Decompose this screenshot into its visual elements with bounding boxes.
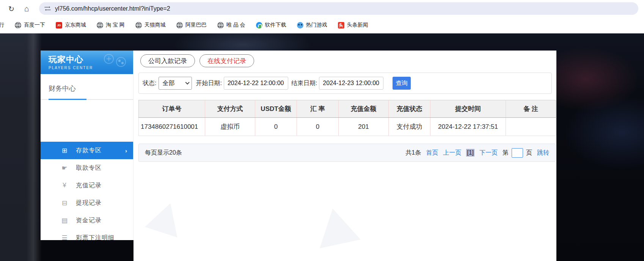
status-label: 状态: (143, 79, 156, 87)
table-row: 1734860271610001 虚拟币 0 0 201 支付成功 2024-1… (139, 118, 556, 136)
tab-company-deposit-records[interactable]: 公司入款记录 (140, 54, 195, 67)
reload-icon[interactable]: ↻ (6, 3, 17, 14)
status-select[interactable]: 全部 (159, 77, 192, 90)
bookmark-item[interactable]: 阿里巴巴 (174, 21, 209, 30)
cell-order-number: 1734860271610001 (139, 118, 205, 136)
jump-link[interactable]: 跳转 (537, 149, 549, 157)
browser-toolbar: ↻ ⌂ yl756.com/hhcp/usercenter.html?iniTy… (0, 0, 644, 17)
bookmark-item[interactable]: 软件下载 (254, 21, 289, 30)
bookmarks-bar: 行 百度一下 JD 京东商城 淘 宝 网 天猫商城 阿里巴巴 唯 品 会 软件下… (0, 17, 644, 33)
bookmark-item[interactable]: 百度一下 (13, 21, 47, 30)
start-date-label: 开始日期: (196, 79, 221, 87)
decor-triangle (312, 204, 360, 248)
globe-icon (97, 22, 103, 28)
list-document-icon: ☰ (60, 234, 69, 240)
chevron-down-icon (185, 80, 190, 84)
toutiao-icon: 头 (338, 22, 344, 28)
wallet-icon: ▤ (60, 217, 69, 225)
end-date-input[interactable]: 2024-12-23 12:00:00 (319, 77, 383, 90)
sidebar-item-withdraw-zone[interactable]: ☛ 取款专区 (41, 159, 134, 177)
player-center-sidebar: 玩家中心 PLAYERS CENTER 财务中心 ⊞ 存款专区 › ☛ 取款专区… (41, 51, 134, 240)
address-bar[interactable]: yl756.com/hhcp/usercenter.html?iniType=2 (39, 2, 638, 15)
gamepad-icon (100, 53, 129, 72)
record-tabs: 公司入款记录 在线支付记录 (140, 54, 254, 67)
section-divider (41, 99, 133, 100)
jump-label-pre: 第 (503, 149, 509, 157)
banknotes-icon: ⊟ (60, 199, 69, 207)
hand-money-icon: ☛ (60, 164, 69, 172)
main-content: 公司入款记录 在线支付记录 状态: 全部 开始日期: 2024-12-22 12… (134, 51, 556, 261)
col-usdt-amount: USDT金额 (255, 100, 297, 118)
software-download-icon (256, 22, 262, 28)
col-recharge-status: 充值状态 (389, 100, 430, 118)
globe-icon (135, 22, 142, 28)
prev-page-link[interactable]: 上一页 (443, 149, 461, 157)
money-bag-icon: ¥ (60, 182, 69, 189)
status-select-value: 全部 (162, 79, 174, 87)
table-header-row: 订单号 支付方式 USDT金额 汇 率 充值金额 充值状态 提交时间 备 注 (139, 100, 556, 118)
cell-exchange-rate: 0 (297, 118, 339, 136)
col-exchange-rate: 汇 率 (297, 100, 339, 118)
sidebar-header: 玩家中心 PLAYERS CENTER (41, 51, 133, 74)
first-page-link[interactable]: 首页 (426, 149, 438, 157)
col-payment-method: 支付方式 (205, 100, 255, 118)
sidebar-item-recharge-records[interactable]: ¥ 充值记录 (41, 177, 134, 194)
filter-bar: 状态: 全部 开始日期: 2024-12-22 12:00:00 结束日期: 2… (138, 73, 552, 94)
globe-icon (217, 22, 224, 28)
sidebar-item-funds-records[interactable]: ▤ 资金记录 (41, 212, 134, 229)
page-jump-input[interactable] (512, 148, 523, 158)
chevron-right-icon: › (125, 147, 127, 154)
col-submit-time: 提交时间 (430, 100, 506, 118)
bookmark-item[interactable]: 天猫商城 (133, 21, 168, 30)
deposit-card-icon: ⊞ (60, 147, 69, 155)
finance-center-heading: 财务中心 (41, 74, 133, 93)
payment-records-table: 订单号 支付方式 USDT金额 汇 率 充值金额 充值状态 提交时间 备 注 1… (138, 100, 556, 136)
globe-icon (15, 22, 21, 28)
next-page-link[interactable]: 下一页 (479, 149, 498, 157)
cell-submit-time: 2024-12-22 17:37:51 (430, 118, 506, 136)
per-page-text: 每页显示20条 (145, 149, 182, 157)
col-order-number: 订单号 (139, 100, 205, 118)
bookmark-item[interactable]: 行 (0, 21, 6, 30)
bookmark-item[interactable]: 唯 品 会 (215, 21, 248, 30)
bookmark-item[interactable]: JD 京东商城 (53, 21, 88, 30)
end-date-label: 结束日期: (291, 79, 317, 87)
bookmark-item[interactable]: 热门游戏 (295, 21, 330, 30)
globe-icon (176, 22, 183, 28)
col-remark: 备 注 (506, 100, 556, 118)
cell-remark (506, 118, 556, 136)
start-date-input[interactable]: 2024-12-22 12:00:00 (224, 77, 288, 90)
bookmark-item[interactable]: 淘 宝 网 (94, 21, 127, 30)
jump-label-post: 页 (526, 149, 532, 157)
jd-icon: JD (56, 22, 62, 28)
hot-games-icon (297, 22, 303, 28)
total-count-text: 共1条 (405, 149, 421, 157)
cell-payment-method: 虚拟币 (205, 118, 255, 136)
url-text: yl756.com/hhcp/usercenter.html?iniType=2 (55, 5, 170, 12)
cell-recharge-status: 支付成功 (389, 118, 430, 136)
site-settings-icon[interactable] (44, 5, 51, 12)
pagination-bar: 每页显示20条 共1条 首页 上一页 [1] 下一页 第 页 跳转 (138, 144, 556, 162)
query-button[interactable]: 查询 (393, 77, 411, 90)
cell-recharge-amount: 201 (339, 118, 389, 136)
tab-online-payment-records[interactable]: 在线支付记录 (199, 54, 254, 67)
current-page-indicator: [1] (466, 149, 474, 157)
sidebar-item-withdrawal-records[interactable]: ⊟ 提现记录 (41, 194, 134, 212)
decor-triangle (145, 198, 187, 237)
sidebar-item-lottery-bet-details[interactable]: ☰ 彩票下注明细 (41, 229, 134, 240)
sidebar-item-deposit-zone[interactable]: ⊞ 存款专区 › (41, 142, 134, 159)
bookmark-item[interactable]: 头 头条新闻 (336, 21, 371, 30)
home-icon[interactable]: ⌂ (21, 3, 32, 14)
cell-usdt-amount: 0 (255, 118, 297, 136)
col-recharge-amount: 充值金额 (339, 100, 389, 118)
